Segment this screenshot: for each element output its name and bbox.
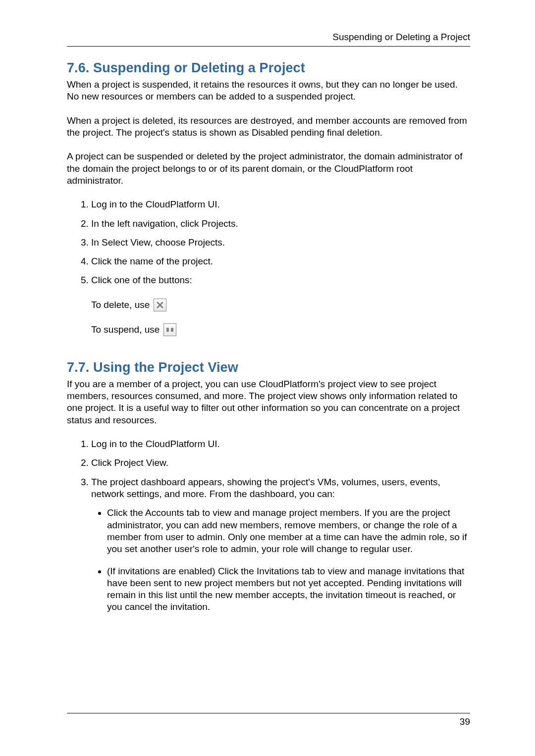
delete-icon (154, 299, 166, 311)
page-footer: 39 (67, 713, 470, 727)
delete-lead-text: To delete, use (91, 299, 150, 311)
list-item: Click one of the buttons: To delete, use… (91, 274, 470, 336)
list-item: Click the Accounts tab to view and manag… (107, 507, 470, 555)
list-item: In the left navigation, click Projects. (91, 218, 470, 230)
suspend-icon (163, 323, 176, 336)
running-header: Suspending or Deleting a Project (67, 32, 470, 47)
list-item-text: The project dashboard appears, showing t… (91, 477, 440, 499)
section-7-7-para-1: If you are a member of a project, you ca… (67, 378, 470, 426)
list-item: The project dashboard appears, showing t… (91, 476, 470, 613)
page-content: Suspending or Deleting a Project 7.6. Su… (0, 0, 535, 613)
list-item: Click Project View. (91, 457, 470, 469)
suspend-instruction: To suspend, use (91, 323, 470, 336)
section-7-6-steps: Log in to the CloudPlatform UI. In the l… (67, 199, 470, 336)
section-7-7-bullets: Click the Accounts tab to view and manag… (91, 507, 470, 613)
list-item: Click the name of the project. (91, 255, 470, 267)
section-7-7-steps: Log in to the CloudPlatform UI. Click Pr… (67, 438, 470, 613)
svg-rect-0 (166, 328, 169, 332)
section-7-6-para-2: When a project is deleted, its resources… (67, 115, 470, 139)
suspend-lead-text: To suspend, use (91, 324, 160, 336)
svg-rect-1 (171, 328, 173, 332)
list-item: (If invitations are enabled) Click the I… (107, 565, 470, 613)
list-item: Log in to the CloudPlatform UI. (91, 199, 470, 210)
section-7-6-para-1: When a project is suspended, it retains … (67, 79, 470, 103)
page-number: 39 (460, 716, 470, 727)
section-7-7-heading: 7.7. Using the Project View (67, 360, 470, 375)
section-7-6-para-3: A project can be suspended or deleted by… (67, 151, 470, 187)
list-item: In Select View, choose Projects. (91, 237, 470, 249)
list-item: Log in to the CloudPlatform UI. (91, 438, 470, 450)
list-item-text: Click one of the buttons: (91, 275, 192, 285)
section-7-6-heading: 7.6. Suspending or Deleting a Project (67, 60, 470, 76)
delete-instruction: To delete, use (91, 299, 470, 311)
